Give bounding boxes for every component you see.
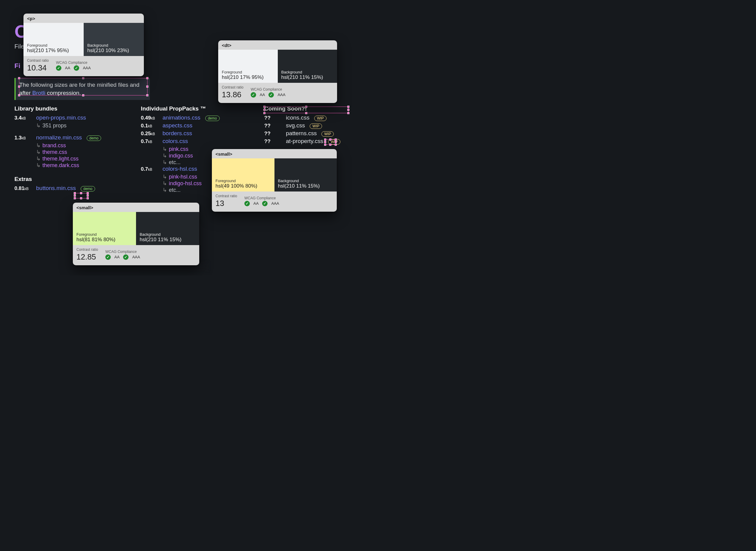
- demo-badge[interactable]: demo: [81, 186, 95, 191]
- colors-link[interactable]: colors.css: [163, 138, 188, 144]
- normalize-link[interactable]: normalize.min.css: [36, 134, 82, 141]
- contrast-tooltip-p: <p> Foreground hsl(210 17% 95%) Backgrou…: [23, 14, 144, 76]
- check-icon: ✓: [268, 92, 274, 97]
- list-item: 0.81kB buttons.min.css demo: [14, 185, 132, 191]
- patterns-link[interactable]: patterns.css: [286, 130, 317, 137]
- sub-item[interactable]: ↳theme.dark.css: [36, 162, 132, 169]
- tooltip-pointer-icon: [325, 149, 330, 149]
- sub-item[interactable]: ↳theme.light.css: [36, 155, 132, 162]
- animations-link[interactable]: animations.css: [163, 114, 200, 121]
- icons-link[interactable]: icons.css: [286, 114, 309, 121]
- wip-badge: WIP: [321, 131, 334, 137]
- coming-soon-title: Coming Soon?!: [264, 105, 361, 112]
- proppacks-title: Individual PropPacks ™: [141, 105, 255, 112]
- contrast-ratio: 13: [215, 199, 237, 208]
- contrast-tooltip-dt: <dt> Foreground hsl(210 17% 95%) Backgro…: [218, 40, 337, 103]
- library-bundles-column: Library bundles 3.4kB open-props.min.css…: [14, 105, 132, 193]
- sub-item: ↳351 props: [36, 122, 132, 129]
- borders-link[interactable]: borders.css: [163, 130, 192, 137]
- colors-hsl-link[interactable]: colors-hsl.css: [163, 166, 197, 172]
- tooltip-pointer-icon: [29, 76, 35, 76]
- check-icon: ✓: [123, 254, 129, 260]
- contrast-ratio: 13.86: [222, 90, 243, 99]
- check-icon: ✓: [74, 65, 79, 71]
- open-props-link[interactable]: open-props.min.css: [36, 114, 86, 121]
- tooltip-tag: <small>: [73, 203, 199, 212]
- contrast-ratio: 12.85: [76, 252, 98, 261]
- check-icon: ✓: [262, 201, 268, 206]
- check-icon: ✓: [251, 92, 256, 97]
- check-icon: ✓: [244, 201, 250, 206]
- library-bundles-title: Library bundles: [14, 105, 132, 112]
- demo-badge[interactable]: demo: [87, 135, 101, 141]
- wip-badge: WIP: [310, 123, 322, 129]
- list-item: 1.3kB normalize.min.css demo: [14, 134, 132, 141]
- tooltip-tag: <p>: [23, 14, 144, 23]
- check-icon: ✓: [56, 65, 61, 71]
- brotli-link[interactable]: Brotli: [32, 90, 45, 96]
- demo-badge[interactable]: demo: [205, 116, 220, 121]
- extras-title: Extras: [14, 176, 132, 182]
- selection-box-demo-badge[interactable]: [75, 193, 88, 198]
- contrast-ratio: 10.34: [27, 63, 49, 73]
- tooltip-tag: <dt>: [218, 40, 337, 50]
- check-icon: ✓: [105, 254, 111, 260]
- contrast-tooltip-small-yellow: <small> Foreground hsl(49 100% 80%) Back…: [212, 149, 337, 212]
- info-callout: The following sizes are for the minified…: [14, 78, 150, 100]
- svg-link[interactable]: svg.css: [286, 122, 305, 129]
- at-property-link[interactable]: at-property.css: [286, 138, 323, 144]
- wip-badge: WIP: [328, 139, 340, 144]
- callout-text-after: compression.: [45, 90, 81, 96]
- wip-badge: WIP: [314, 116, 327, 121]
- sub-item[interactable]: ↳brand.css: [36, 142, 132, 149]
- sub-item[interactable]: ↳theme.css: [36, 149, 132, 155]
- contrast-tooltip-small-green: <small> Foreground hsl(81 81% 80%) Backg…: [73, 203, 199, 265]
- arrow-icon: ↳: [36, 122, 41, 129]
- buttons-link[interactable]: buttons.min.css: [36, 185, 76, 191]
- list-item: 3.4kB open-props.min.css: [14, 114, 132, 121]
- tooltip-pointer-icon: [326, 103, 331, 103]
- aspects-link[interactable]: aspects.css: [163, 122, 192, 129]
- tooltip-tag: <small>: [212, 149, 337, 158]
